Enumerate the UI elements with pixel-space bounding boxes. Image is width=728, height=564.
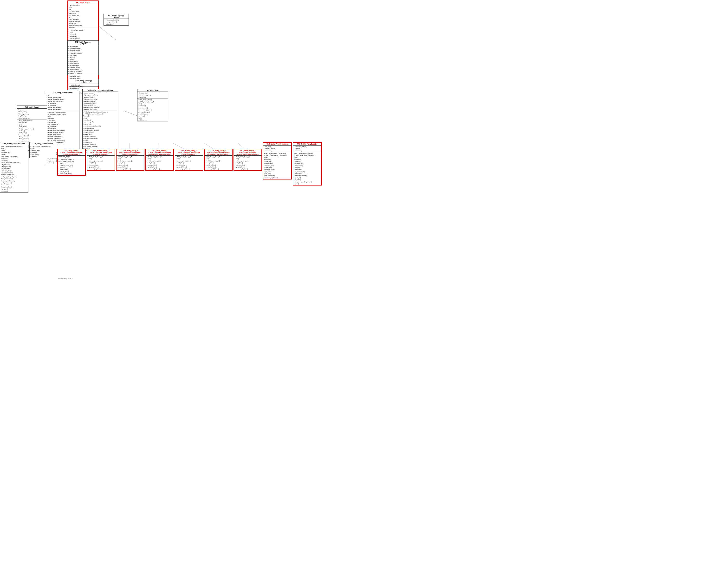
box-methods-topology-object: + =Topology_Object() + load_child() + re… — [68, 52, 98, 75]
box-title-admin: TAO_Notify_Admin — [17, 106, 47, 109]
box-title-proxyconsumer: TAO_Notify_ProxyConsumer — [263, 143, 291, 145]
uml-proxy: TAO_Notify_Proxy - filter_admin_ - subsc… — [137, 89, 168, 121]
uml-eventchannel-factory: TAO_Notify_EventChannelFactory - ec_cont… — [82, 89, 118, 154]
box-methods-supplieradmin: + ~TAO_Notify_SupplierAdmin() + init() +… — [30, 145, 56, 158]
box-title-eventchannel-factory: TAO_Notify_EventChannelFactory — [83, 89, 118, 92]
box-title-eventchannel: TAO_Notify_EventChannel — [46, 91, 79, 94]
box-methods-proxy-t-struct-pushsupplier: + TAO_Notify_Proxy_To + init() + validat… — [205, 156, 232, 170]
box-methods-topology-parent: + child_change() — [69, 84, 98, 86]
box-methods-proxy-t-cos-pushconsumer: + TAO_Notify_Proxy_To + init() + validat… — [117, 156, 144, 170]
uml-proxysupplier: TAO_Notify_ProxySupplier - consumer_admi… — [293, 142, 322, 185]
box-methods-proxy-t-event-forwarder: + TAO_Notify_Proxy_To + init() + validat… — [234, 156, 261, 170]
uml-topology-parent: TAO_Notify_Topology_Parent + child_chang… — [69, 79, 99, 86]
box-fields-admin: # ec_ # filter_admin_ # filter_operator_… — [17, 109, 47, 119]
page-title: TAO Notify Proxy — [58, 277, 72, 279]
box-title-proxy-t-struct-pushsupplier: TAO_Notify_Proxy_T< PGA_CosNotifyChannel… — [205, 149, 232, 156]
uml-topology-object: TAO_Notify_Topology_Object # set_changed… — [67, 40, 99, 75]
uml-proxy-t-event-forwarder: TAO_Notify_Proxy_T< PGA_Event_Forwarder:… — [234, 149, 262, 171]
uml-proxy-t-struct-pushsupplier: TAO_Notify_Proxy_T< PGA_CosNotifyChannel… — [204, 149, 233, 171]
box-methods-proxysupplier: + TAO_Notify_ProxySupplier() + ~TAO_Noti… — [293, 152, 321, 185]
uml-proxy-t-seq-pushconsumer: TAO_Notify_Proxy_T< PGA_CosNotifyChannel… — [145, 149, 174, 171]
box-title-proxy-t-pushconsumer: TAO_Notify_Proxy_T< PGA_CosEventChannelA… — [58, 149, 85, 156]
box-fields-notify-object: # qos_properties_ lock_ poa_ own_proxy_p… — [68, 4, 98, 29]
box-fields-proxy: - filter_admin_ - subscribed_types_ - up… — [137, 92, 168, 98]
uml-consumeradmin: TAO_Notify_ConsumerAdmin + TAO_Notify_Co… — [0, 142, 28, 192]
box-servant-pushconsumer: SERVANT_TYPE = — [58, 156, 85, 158]
uml-proxy-t-pushconsumer: TAO_Notify_Proxy_T< PGA_CosEventChannelA… — [57, 149, 86, 176]
box-fields-proxysupplier: - consumer_admin_ - supplier_ - consumer… — [293, 145, 321, 152]
box-methods-proxy-t-cos-pushsupplier: + TAO_Notify_Proxy_To + init() + validat… — [175, 156, 203, 170]
box-title-consumeradmin: TAO_Notify_ConsumerAdmin — [0, 142, 28, 145]
box-title-notify-object: TAO_Notify_Object — [68, 1, 98, 4]
uml-proxyconsumer: TAO_Notify_ProxyConsumer - last_ping_ - … — [263, 142, 292, 179]
box-methods-topology-savable: + =Topology_Savable() + save_persistent(… — [104, 19, 129, 25]
diagram-container: TAO_Notify_Object # qos_properties_ lock… — [0, 0, 364, 282]
box-methods-proxy-t-pushsupplier: + TAO_Notify_Proxy_To + init() + validat… — [87, 156, 115, 170]
box-title-proxysupplier: TAO_Notify_ProxySupplier — [293, 143, 321, 145]
box-title-proxy-t-event-forwarder: TAO_Notify_Proxy_T< PGA_Event_Forwarder:… — [234, 149, 261, 156]
svg-line-1 — [96, 24, 116, 40]
uml-supplieradmin: TAO_Notify_SupplierAdmin + ~TAO_Notify_S… — [29, 142, 56, 158]
box-title-supplieradmin: TAO_Notify_SupplierAdmin — [30, 142, 56, 145]
uml-topology-savable: TAO_Notify_Topology_Savable + =Topology_… — [104, 14, 129, 26]
box-fields-proxyconsumer: - last_ping_ - supplier_admin_ - consume… — [263, 145, 291, 152]
box-title-topology-object: TAO_Notify_Topology_Object — [68, 41, 98, 45]
box-title-topology-savable: TAO_Notify_Topology_Savable — [104, 14, 129, 19]
box-title-proxy-t-cos-pushsupplier: TAO_Notify_Proxy_T< PGA_CosNotifyChannel… — [175, 149, 203, 156]
box-fields-eventchannel-factory: - ec_container_ - topology_save_lock_ - … — [83, 92, 118, 111]
box-title-proxy: TAO_Notify_Proxy — [137, 89, 168, 92]
box-methods-proxy-t-pushconsumer: + TAO_Notify_Proxy_To (TAO_Notify_Proxy_… — [58, 158, 85, 175]
box-title-proxy-t-seq-pushconsumer: TAO_Notify_Proxy_T< PGA_CosNotifyChannel… — [146, 149, 173, 156]
box-title-proxy-t-cos-pushconsumer: TAO_Notify_Proxy_T< PGA_CosNotifyChannel… — [117, 149, 144, 156]
box-methods-consumeradmin: + TAO_Notify_ConsumerAdmin() + init() + … — [0, 145, 28, 192]
box-title-proxy-t-pushsupplier: TAO_Notify_Proxy_T< PGA_CosEventChannelA… — [87, 149, 115, 156]
box-methods-proxy-t-seq-pushconsumer: + TAO_Notify_Proxy_To + init() + validat… — [146, 156, 173, 170]
uml-proxy-t-cos-pushconsumer: TAO_Notify_Proxy_T< PGA_CosNotifyChannel… — [116, 149, 144, 171]
uml-proxy-t-pushsupplier: TAO_Notify_Proxy_T< PGA_CosEventChannelA… — [87, 149, 115, 171]
box-methods-proxyconsumer: + TAO_Notify_Proxy_Consumer() + ~TAO_Not… — [263, 152, 291, 179]
box-fields-eventchannel: - wc_ - default_admin_mutex_ - default_c… — [46, 94, 79, 111]
box-fields-topology-object: # set_changed_ # children_changed_ # top… — [68, 45, 98, 52]
box-methods-proxy: + TAO_Notify_Proxy() + ~TAO_Notify_Proxy… — [137, 98, 168, 121]
uml-proxy-t-cos-pushsupplier: TAO_Notify_Proxy_T< PGA_CosNotifyChannel… — [175, 149, 203, 171]
box-methods-eventchannel-factory: + TAO_Notify_EventChannelFactory() + =TA… — [83, 111, 118, 154]
box-title-topology-parent: TAO_Notify_Topology_Parent — [69, 79, 98, 84]
